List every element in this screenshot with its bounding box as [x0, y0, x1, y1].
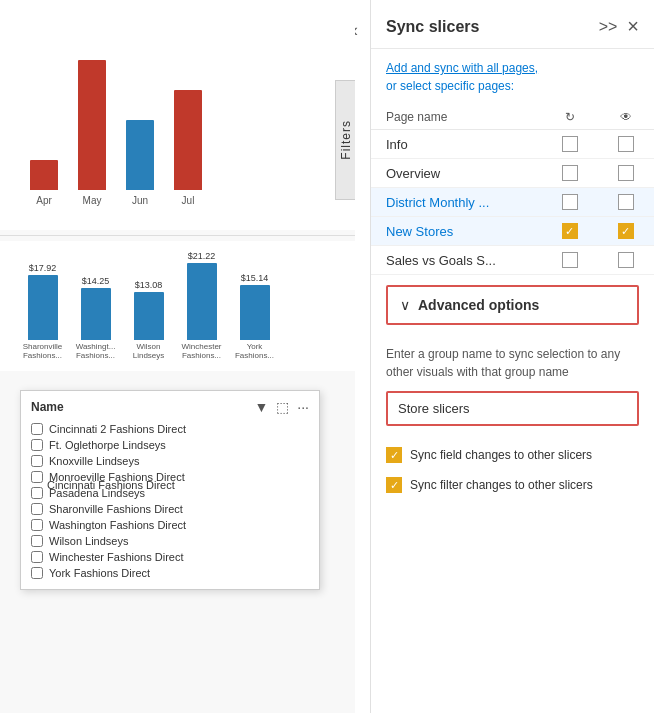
- sync-field-option: Sync field changes to other slicers: [386, 446, 639, 464]
- sync-checkbox-salesgoals[interactable]: [562, 252, 578, 268]
- bar-group-may: [78, 60, 106, 190]
- bar-may: [78, 60, 106, 190]
- visible-cell-newstores[interactable]: [598, 217, 654, 246]
- forward-icon[interactable]: >>: [599, 18, 618, 36]
- visible-cell-salesgoals[interactable]: [598, 246, 654, 275]
- visible-checkbox-info[interactable]: [618, 136, 634, 152]
- slicer-checkbox-winchester[interactable]: [31, 551, 43, 563]
- chart-top: Apr May Jun Jul: [0, 0, 355, 230]
- sync-cell-info[interactable]: [542, 130, 598, 159]
- sync-field-checkbox[interactable]: [386, 447, 402, 463]
- sync-cell-overview[interactable]: [542, 159, 598, 188]
- page-name-district: District Monthly ...: [371, 188, 542, 217]
- group-input-wrapper: [386, 391, 639, 426]
- group-description: Enter a group name to sync selection to …: [386, 345, 639, 381]
- advanced-options-title: Advanced options: [418, 297, 539, 313]
- slicer-item-wilson[interactable]: Wilson Lindseys: [31, 533, 309, 549]
- slicer-checkbox-knoxville[interactable]: [31, 455, 43, 467]
- slicer-item-winchester[interactable]: Winchester Fashions Direct: [31, 549, 309, 565]
- visible-cell-info[interactable]: [598, 130, 654, 159]
- advanced-options-header[interactable]: ∨ Advanced options: [388, 287, 637, 323]
- table-row-info: Info: [371, 130, 654, 159]
- slicer-checkbox-york[interactable]: [31, 567, 43, 579]
- selected-store-label: Cincinnati Fashions Direct: [47, 479, 175, 491]
- sync-checkbox-overview[interactable]: [562, 165, 578, 181]
- table-row-overview: Overview: [371, 159, 654, 188]
- sync-link-sub: or select specific pages:: [386, 79, 514, 93]
- slicer-title: Name: [31, 400, 64, 414]
- slicer-item-knoxville[interactable]: Knoxville Lindseys: [31, 453, 309, 469]
- bar-apr: [30, 160, 58, 190]
- filters-tab[interactable]: Filters: [335, 80, 355, 200]
- slicer-label-winchester: Winchester Fashions Direct: [49, 551, 184, 563]
- x-axis-top: Apr May Jun Jul: [10, 195, 345, 206]
- close-icon[interactable]: ×: [627, 15, 639, 38]
- visible-cell-overview[interactable]: [598, 159, 654, 188]
- slicer-item-cincinnati2[interactable]: Cincinnati 2 Fashions Direct: [31, 421, 309, 437]
- sync-cell-salesgoals[interactable]: [542, 246, 598, 275]
- focus-icon[interactable]: ⬚: [276, 399, 289, 415]
- slicer-checkbox-pasadena[interactable]: [31, 487, 43, 499]
- slicer-header: Name ▼ ⬚ ···: [31, 399, 309, 415]
- bar-name-winchester: Winchester Fashions...: [179, 342, 224, 361]
- slicer-item-sharonville[interactable]: Sharonville Fashions Direct: [31, 501, 309, 517]
- sync-link-text[interactable]: Add and sync with all pages,: [386, 61, 538, 75]
- slicer-checkbox-cincinnati2[interactable]: [31, 423, 43, 435]
- col-sync: ↻: [542, 105, 598, 130]
- sync-filter-checkbox[interactable]: [386, 477, 402, 493]
- left-panel: Apr May Jun Jul $17.92 Sharonville Fashi…: [0, 0, 355, 713]
- table-row-newstores: New Stores: [371, 217, 654, 246]
- visible-checkbox-salesgoals[interactable]: [618, 252, 634, 268]
- slicer-item-york[interactable]: York Fashions Direct: [31, 565, 309, 581]
- filter-icon[interactable]: ▼: [254, 399, 268, 415]
- bar-group-apr: [30, 160, 58, 190]
- bar-name-york: York Fashions...: [232, 342, 277, 361]
- x-label-jul: Jul: [174, 195, 202, 206]
- slicer-checkbox-washington[interactable]: [31, 519, 43, 531]
- sync-cell-district[interactable]: [542, 188, 598, 217]
- page-name-info: Info: [371, 130, 542, 159]
- slicer-label-ftoglethorpe: Ft. Oglethorpe Lindseys: [49, 439, 166, 451]
- bar-jun: [126, 120, 154, 190]
- slicer-checkbox-wilson[interactable]: [31, 535, 43, 547]
- group-name-input[interactable]: [388, 393, 637, 424]
- panel-header-icons: >> ×: [599, 15, 639, 38]
- bar-item-winchester: $21.22 Winchester Fashions...: [179, 251, 224, 361]
- advanced-options-section: ∨ Advanced options: [386, 285, 639, 325]
- bar-rect-washington: [81, 288, 111, 340]
- sync-checkbox-newstores[interactable]: [562, 223, 578, 239]
- group-section: Enter a group name to sync selection to …: [371, 335, 654, 436]
- slicer-item-ftoglethorpe[interactable]: Ft. Oglethorpe Lindseys: [31, 437, 309, 453]
- visible-checkbox-overview[interactable]: [618, 165, 634, 181]
- sync-filter-option: Sync filter changes to other slicers: [386, 476, 639, 494]
- bar-jul: [174, 90, 202, 190]
- bar-value-winchester: $21.22: [188, 251, 216, 261]
- slicer-checkbox-monroeville[interactable]: [31, 471, 43, 483]
- slicer-item-washington[interactable]: Washington Fashions Direct: [31, 517, 309, 533]
- slicer-checkbox-ftoglethorpe[interactable]: [31, 439, 43, 451]
- slicer-icons: ▼ ⬚ ···: [254, 399, 309, 415]
- bar-name-sharonville: Sharonville Fashions...: [20, 342, 65, 361]
- visible-checkbox-newstores[interactable]: [618, 223, 634, 239]
- sync-checkbox-district[interactable]: [562, 194, 578, 210]
- bar-rect-winchester: [187, 263, 217, 340]
- panel-header: Sync slicers >> ×: [371, 0, 654, 49]
- bar-rect-wilson: [134, 292, 164, 340]
- sync-link-area: Add and sync with all pages, or select s…: [371, 49, 654, 100]
- more-icon[interactable]: ···: [297, 399, 309, 415]
- bar-rect-sharonville: [28, 275, 58, 340]
- col-page-name: Page name: [371, 105, 542, 130]
- bar-item-sharonville: $17.92 Sharonville Fashions...: [20, 263, 65, 361]
- slicer-checkbox-sharonville[interactable]: [31, 503, 43, 515]
- x-label-apr: Apr: [30, 195, 58, 206]
- sync-cell-newstores[interactable]: [542, 217, 598, 246]
- slicer-label-york: York Fashions Direct: [49, 567, 150, 579]
- sync-options: Sync field changes to other slicers Sync…: [371, 436, 654, 516]
- visible-checkbox-district[interactable]: [618, 194, 634, 210]
- sync-checkbox-info[interactable]: [562, 136, 578, 152]
- visible-cell-district[interactable]: [598, 188, 654, 217]
- slicer-label-wilson: Wilson Lindseys: [49, 535, 128, 547]
- page-name-salesgoals: Sales vs Goals S...: [371, 246, 542, 275]
- filters-tab-label: Filters: [339, 120, 353, 160]
- x-label-may: May: [78, 195, 106, 206]
